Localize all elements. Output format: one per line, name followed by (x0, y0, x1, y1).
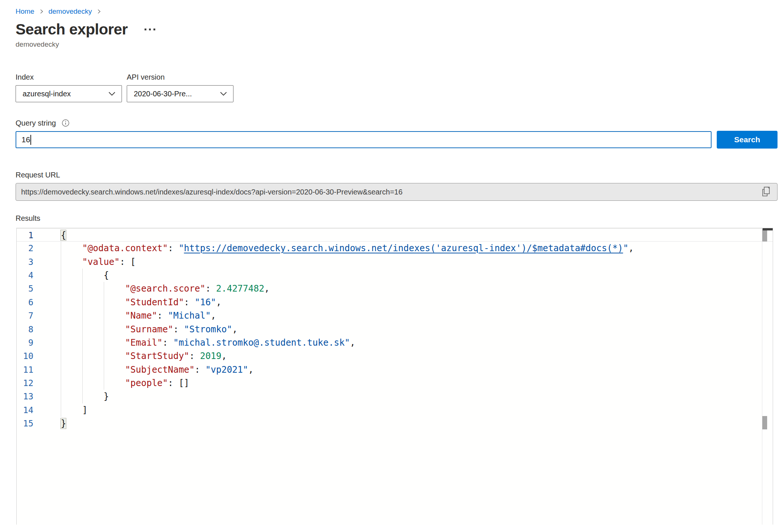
editor-line: 2"@odata.context": "https://demovedecky.… (17, 242, 773, 255)
line-number: 7 (17, 309, 61, 322)
editor-line: 11"SubjectName": "vp2021", (17, 363, 773, 376)
api-version-select[interactable]: 2020-06-30-Pre... (127, 85, 233, 102)
line-number: 15 (17, 417, 61, 430)
line-number: 14 (17, 403, 61, 417)
copy-icon[interactable] (761, 186, 772, 198)
editor-line: 13} (17, 390, 773, 403)
line-number: 2 (17, 242, 61, 255)
breadcrumb-home-link[interactable]: Home (16, 7, 34, 16)
page-title: Search explorer (16, 21, 127, 38)
page-subtitle: demovedecky (16, 40, 778, 49)
index-label: Index (16, 73, 127, 82)
results-label: Results (16, 214, 778, 223)
editor-line: 8"Surname": "Stromko", (17, 323, 773, 336)
breadcrumb: Home demovedecky (16, 7, 778, 16)
results-editor-lines: 1{2"@odata.context": "https://demovedeck… (17, 228, 773, 430)
editor-line: 9"Email": "michal.stromko@.student.tuke.… (17, 336, 773, 349)
chevron-right-icon (96, 9, 102, 14)
line-number: 4 (17, 269, 61, 282)
line-number: 1 (17, 229, 61, 241)
editor-line: 10"StartStudy": 2019, (17, 349, 773, 363)
api-version-select-value: 2020-06-30-Pre... (134, 90, 192, 98)
request-url-value: https://demovedecky.search.windows.net/i… (21, 188, 761, 196)
text-cursor (30, 135, 31, 145)
api-version-label: API version (127, 73, 165, 82)
line-number: 12 (17, 376, 61, 390)
query-input-value: 16 (21, 135, 30, 144)
editor-line: 3"value": [ (17, 255, 773, 269)
query-input[interactable]: 16 (16, 131, 712, 148)
line-number: 6 (17, 296, 61, 309)
scrollbar-thumb[interactable] (762, 229, 767, 242)
query-string-label: Query string (16, 119, 56, 127)
request-url-field[interactable]: https://demovedecky.search.windows.net/i… (16, 183, 778, 201)
index-select[interactable]: azuresql-index (16, 85, 122, 102)
editor-line: 7"Name": "Michal", (17, 309, 773, 322)
scrollbar-thumb[interactable] (762, 416, 767, 429)
request-url-label: Request URL (16, 171, 778, 179)
chevron-down-icon (108, 92, 116, 96)
line-number: 11 (17, 363, 61, 376)
line-number: 13 (17, 390, 61, 403)
search-explorer-page: Home demovedecky Search explorer demoved… (0, 0, 779, 532)
line-number: 9 (17, 336, 61, 349)
editor-line: 12"people": [] (17, 376, 773, 390)
results-editor[interactable]: 1{2"@odata.context": "https://demovedeck… (16, 228, 773, 525)
line-number: 8 (17, 323, 61, 336)
line-number: 10 (17, 349, 61, 363)
index-select-value: azuresql-index (23, 90, 71, 98)
editor-line: 4{ (17, 269, 773, 282)
info-icon[interactable] (61, 119, 70, 127)
search-button[interactable]: Search (717, 131, 778, 149)
editor-line: 1{ (17, 228, 773, 242)
chevron-right-icon (39, 9, 44, 14)
breadcrumb-demovedecky-link[interactable]: demovedecky (49, 7, 92, 16)
editor-line: 6"StudentId": "16", (17, 296, 773, 309)
editor-line: 5"@search.score": 2.4277482, (17, 282, 773, 295)
scrollbar-track (762, 228, 762, 525)
line-number: 3 (17, 255, 61, 269)
chevron-down-icon (220, 92, 227, 96)
editor-line: 15} (17, 417, 773, 430)
editor-line: 14] (17, 403, 773, 417)
line-number: 5 (17, 282, 61, 295)
overview-ruler-cursor-mark (763, 228, 773, 230)
more-actions-button[interactable] (144, 26, 156, 33)
